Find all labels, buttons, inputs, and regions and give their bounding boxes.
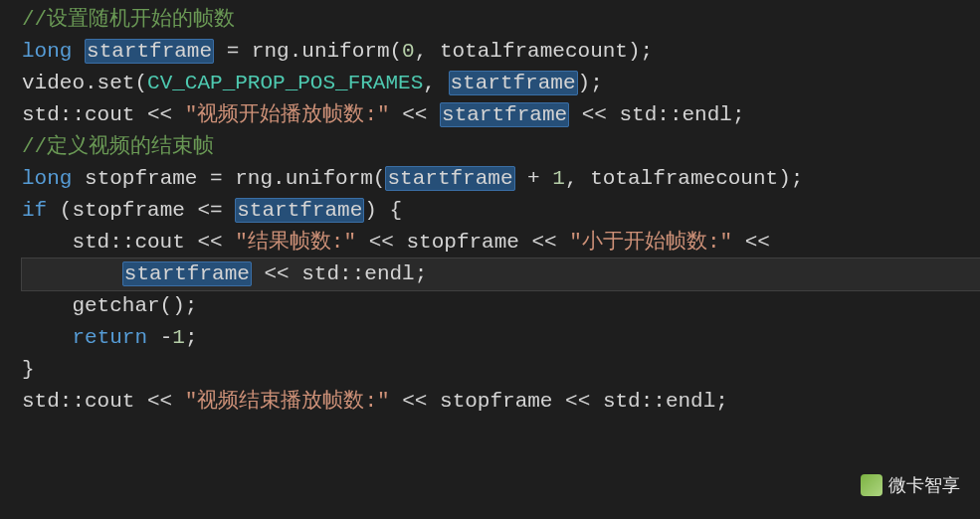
code-token: std::cout << — [22, 231, 235, 254]
code-token: "结果帧数:" — [235, 231, 356, 254]
code-token: << std::endl; — [252, 262, 427, 285]
code-token: ; — [185, 326, 198, 349]
code-token: getchar(); — [22, 294, 197, 317]
code-line[interactable]: //定义视频的结束帧 — [22, 131, 980, 163]
code-token — [22, 326, 72, 349]
code-line[interactable]: std::cout << "结果帧数:" << stopframe << "小于… — [22, 227, 980, 259]
code-token: + — [515, 167, 553, 190]
code-token: << — [390, 103, 440, 126]
code-line[interactable]: long stopframe = rng.uniform(startframe … — [22, 163, 980, 195]
code-line[interactable]: std::cout << "视频开始播放帧数:" << startframe <… — [22, 99, 980, 131]
code-token: , — [423, 72, 448, 94]
code-token: << stopframe << — [356, 231, 569, 254]
code-line[interactable]: startframe << std::endl; — [22, 259, 980, 290]
code-token: startframe — [122, 261, 252, 286]
code-token: CV_CAP_PROP_POS_FRAMES — [147, 72, 423, 94]
code-token: long — [22, 40, 72, 63]
code-line[interactable]: //设置随机开始的帧数 — [22, 4, 980, 36]
code-line[interactable]: getchar(); — [22, 290, 980, 322]
code-token: startframe — [449, 71, 578, 95]
code-line[interactable]: } — [22, 354, 980, 386]
code-token: - — [147, 326, 172, 349]
code-token: 1 — [172, 326, 185, 349]
code-token: } — [22, 358, 35, 381]
code-token: "视频开始播放帧数:" — [185, 103, 390, 126]
code-token: std::cout << — [22, 103, 185, 126]
code-token: std::cout << — [22, 390, 185, 413]
code-token: ); — [578, 72, 603, 94]
code-token: , totalframecount); — [415, 40, 653, 63]
code-line[interactable]: video.set(CV_CAP_PROP_POS_FRAMES, startf… — [22, 68, 980, 99]
code-line[interactable]: long startframe = rng.uniform(0, totalfr… — [22, 36, 980, 68]
code-token: "小于开始帧数:" — [569, 231, 732, 254]
code-token: //设置随机开始的帧数 — [22, 8, 235, 31]
code-token: return — [72, 326, 147, 349]
code-token: "视频结束播放帧数:" — [185, 390, 390, 413]
code-token: if — [22, 199, 47, 222]
code-token: video.set( — [22, 72, 147, 94]
code-token: startframe — [235, 198, 364, 223]
code-token: startframe — [440, 102, 569, 127]
code-token: << std::endl; — [569, 103, 744, 126]
code-token: 0 — [402, 40, 415, 63]
watermark-text: 微卡智享 — [888, 473, 960, 497]
code-token: long — [22, 167, 72, 190]
code-token: startframe — [85, 39, 214, 64]
code-token: = rng.uniform( — [214, 40, 402, 63]
code-token: << stopframe << std::endl; — [390, 390, 728, 413]
code-editor[interactable]: //设置随机开始的帧数long startframe = rng.uniform… — [0, 0, 980, 418]
code-token — [72, 40, 85, 63]
code-token: startframe — [385, 166, 514, 191]
code-token — [22, 262, 122, 285]
code-token: (stopframe <= — [47, 199, 235, 222]
code-token: stopframe = rng.uniform( — [72, 167, 385, 190]
watermark: 微卡智享 — [861, 473, 960, 497]
code-token: 1 — [552, 167, 565, 190]
code-token: ) { — [364, 199, 402, 222]
code-token: , totalframecount); — [565, 167, 803, 190]
code-line[interactable]: return -1; — [22, 322, 980, 354]
code-token: //定义视频的结束帧 — [22, 135, 214, 158]
code-line[interactable]: if (stopframe <= startframe) { — [22, 195, 980, 227]
code-line[interactable]: std::cout << "视频结束播放帧数:" << stopframe <<… — [22, 386, 980, 418]
wechat-icon — [861, 474, 882, 496]
code-token: << — [732, 231, 770, 254]
